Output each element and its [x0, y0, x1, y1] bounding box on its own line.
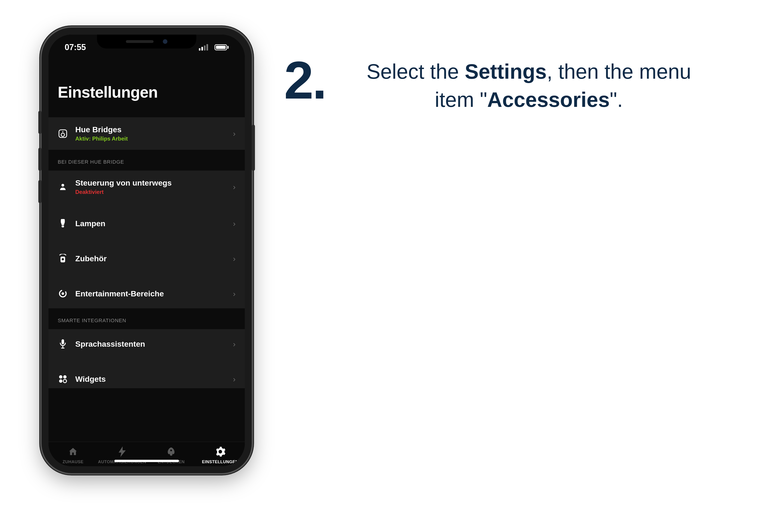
row-label: Hue Bridges — [75, 125, 226, 134]
step-text-bold-accessories: Accessories — [487, 88, 610, 111]
chevron-right-icon: › — [233, 340, 235, 349]
settings-row-remote-control[interactable]: Steuerung von unterwegs Deaktiviert › — [48, 171, 245, 203]
settings-content: Einstellungen Hue Bridges Aktiv: Philips… — [48, 35, 245, 466]
row-label: Widgets — [75, 375, 226, 384]
svg-point-1 — [62, 131, 63, 132]
phone-frame: 07:55 Einstellungen — [42, 28, 252, 473]
row-sublabel: Deaktiviert — [75, 189, 226, 195]
svg-point-6 — [62, 258, 64, 260]
svg-point-13 — [63, 375, 66, 379]
row-label: Sprachassistenten — [75, 340, 226, 349]
phone-notch — [97, 35, 196, 48]
accessory-icon — [58, 254, 68, 263]
step-text-part: Select the — [366, 60, 465, 83]
chevron-right-icon: › — [233, 182, 235, 191]
tab-label: ZUHAUSE — [63, 460, 84, 464]
settings-row-entertainment[interactable]: Entertainment-Bereiche › — [48, 279, 245, 308]
bulb-icon — [58, 219, 68, 228]
section-header-bridge: BEI DIESER HUE BRIDGE — [48, 150, 245, 171]
mic-icon — [58, 339, 68, 349]
battery-icon — [214, 44, 229, 50]
person-icon — [58, 183, 68, 191]
tab-bar: ZUHAUSE AUTOMATISIERUNGEN ENTDECKEN — [48, 442, 245, 466]
front-camera — [163, 39, 167, 44]
status-time: 07:55 — [65, 42, 86, 52]
svg-rect-10 — [62, 346, 63, 348]
bridge-icon — [58, 129, 68, 138]
svg-rect-11 — [61, 348, 65, 349]
chevron-right-icon: › — [233, 129, 235, 138]
cellular-icon — [199, 44, 208, 51]
svg-point-15 — [63, 379, 66, 383]
tab-home[interactable]: ZUHAUSE — [48, 446, 98, 464]
step-number: 2. — [284, 50, 325, 111]
svg-point-8 — [61, 292, 64, 295]
tab-label: EINSTELLUNGEN — [202, 460, 238, 464]
settings-row-widgets[interactable]: Widgets › — [48, 364, 245, 388]
page-title: Einstellungen — [58, 83, 245, 101]
widgets-icon — [58, 375, 68, 383]
svg-point-3 — [61, 184, 64, 186]
chevron-right-icon: › — [233, 375, 235, 384]
tab-settings[interactable]: EINSTELLUNGEN — [196, 446, 245, 464]
gear-icon — [215, 446, 226, 457]
bridge-settings-list: Steuerung von unterwegs Deaktiviert › La… — [48, 171, 245, 308]
step-instruction: Select the Settings, then the menu item … — [365, 58, 693, 114]
chevron-right-icon: › — [233, 219, 235, 228]
integrations-list: Sprachassistenten › Widgets › — [48, 329, 245, 388]
chevron-right-icon: › — [233, 254, 235, 263]
section-header-integrations: SMARTE INTEGRATIONEN — [48, 308, 245, 329]
settings-row-accessories[interactable]: Zubehör › — [48, 244, 245, 273]
phone-screen: 07:55 Einstellungen — [48, 35, 245, 466]
entertainment-icon — [58, 289, 68, 298]
row-label: Zubehör — [75, 254, 226, 263]
rocket-icon — [166, 446, 176, 457]
svg-rect-4 — [62, 225, 64, 228]
bridges-list: Hue Bridges Aktiv: Philips Arbeit › — [48, 117, 245, 150]
step-text-bold-settings: Settings — [465, 60, 547, 83]
home-icon — [68, 446, 78, 457]
chevron-right-icon: › — [233, 289, 235, 298]
speaker-slot — [126, 40, 154, 43]
home-indicator[interactable] — [114, 460, 179, 462]
svg-point-12 — [59, 375, 62, 379]
status-right — [199, 44, 229, 51]
row-label: Steuerung von unterwegs — [75, 178, 226, 187]
row-label: Entertainment-Bereiche — [75, 289, 226, 298]
settings-row-voice-assistants[interactable]: Sprachassistenten › — [48, 329, 245, 359]
step-text-part: ". — [610, 88, 623, 111]
svg-point-2 — [61, 133, 65, 136]
row-sublabel: Aktiv: Philips Arbeit — [75, 135, 226, 142]
svg-rect-9 — [62, 339, 64, 344]
settings-row-lamps[interactable]: Lampen › — [48, 209, 245, 238]
bolt-icon — [117, 446, 127, 457]
row-label: Lampen — [75, 219, 226, 228]
svg-point-14 — [59, 379, 62, 383]
settings-row-hue-bridges[interactable]: Hue Bridges Aktiv: Philips Arbeit › — [48, 117, 245, 150]
